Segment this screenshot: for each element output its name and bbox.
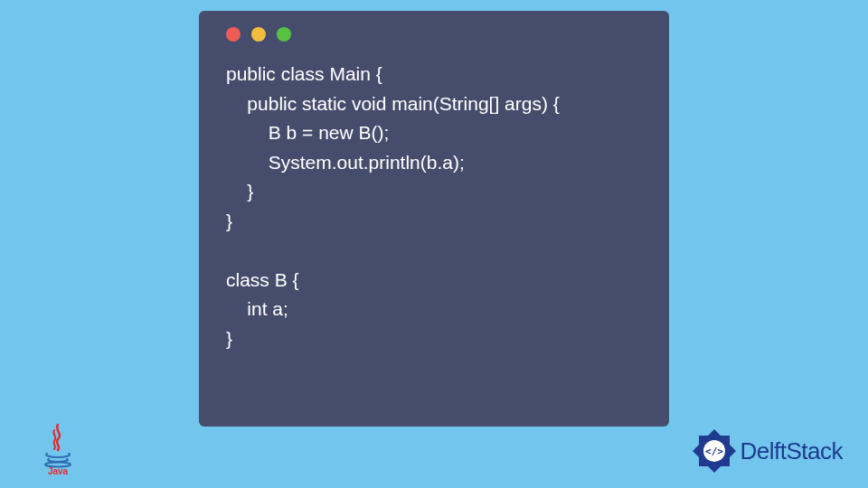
svg-text:</>: </> [705,446,723,457]
delftstack-logo-icon: </> [690,427,739,475]
code-window: public class Main { public static void m… [199,11,669,427]
minimize-icon [251,27,266,42]
code-block: public class Main { public static void m… [221,60,647,353]
window-controls [221,27,647,42]
close-icon [226,27,241,42]
delftstack-label: DelftStack [741,437,844,465]
maximize-icon [277,27,291,42]
java-logo-icon: Java [38,423,78,475]
svg-text:Java: Java [48,466,69,475]
delftstack-badge: </> DelftStack [690,427,844,475]
